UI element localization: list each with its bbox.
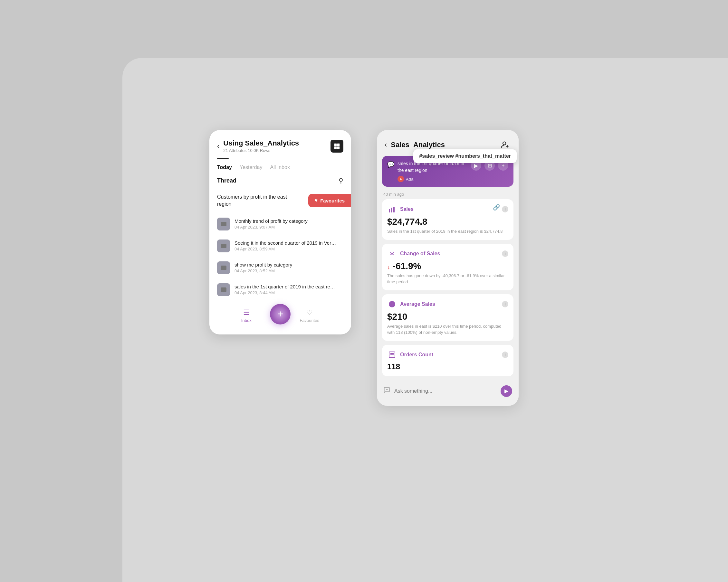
send-button[interactable]: ▶ xyxy=(500,385,512,397)
list-item[interactable]: Seeing it in the second quarter of 2019 … xyxy=(217,235,343,257)
thread-name: Monthly trend of profit by category xyxy=(234,218,343,224)
dataset-icon[interactable] xyxy=(331,140,343,153)
svg-rect-8 xyxy=(391,207,392,213)
thread-thumb xyxy=(217,261,230,274)
orders-title: Orders Count xyxy=(400,352,499,358)
left-panel: ‹ Using Sales_Analytics 21 Attributes 10… xyxy=(209,130,351,334)
orders-icon xyxy=(387,350,397,360)
avg-desc: Average sales in east is $210 over this … xyxy=(387,323,508,336)
favourites-badge[interactable]: ♥ Favourites xyxy=(308,194,351,207)
list-item[interactable]: Monthly trend of profit by category 04 A… xyxy=(217,213,343,235)
sales-desc: Sales in the 1st quarter of 2019 in the … xyxy=(387,228,508,235)
ada-row: A Ada xyxy=(397,176,468,182)
tab-yesterday[interactable]: Yesterday xyxy=(240,165,262,172)
favourites-nav-button[interactable]: ♡ Favourites xyxy=(300,308,319,323)
highlighted-thread-item[interactable]: Customers by profit in the east region ♥… xyxy=(209,188,351,213)
left-subtitle: 21 Attributes 10.0K Rows xyxy=(223,148,327,153)
down-arrow-icon: ↓ xyxy=(387,264,390,270)
orders-info-button[interactable]: i xyxy=(502,352,508,358)
orders-value: 118 xyxy=(387,362,508,371)
tab-all-inbox[interactable]: All Inbox xyxy=(270,165,290,172)
sales-title: Sales xyxy=(400,206,499,212)
thread-name: sales in the 1st quarter of 2019 in the … xyxy=(234,284,343,289)
card-header: Orders Count i xyxy=(387,350,508,360)
tab-indicator xyxy=(217,158,229,159)
svg-rect-7 xyxy=(389,209,390,213)
card-header: Sales i xyxy=(387,204,508,214)
left-header-text: Using Sales_Analytics 21 Attributes 10.0… xyxy=(223,139,327,153)
ask-bar: ▶ xyxy=(377,380,519,399)
sales-value: $24,774.8 xyxy=(387,217,508,227)
svg-rect-1 xyxy=(337,143,339,145)
change-desc: The sales has gone down by -40,306.7 or … xyxy=(387,273,508,285)
thread-info: sales in the 1st quarter of 2019 in the … xyxy=(234,284,343,295)
change-title: Change of Sales xyxy=(400,251,499,256)
ask-message-icon xyxy=(383,387,390,395)
tab-today[interactable]: Today xyxy=(217,165,232,172)
inbox-label: Inbox xyxy=(241,318,252,323)
change-info-button[interactable]: i xyxy=(502,250,508,257)
list-item[interactable]: sales in the 1st quarter of 2019 in the … xyxy=(217,279,343,301)
thread-date: 04 Apr 2023, 8:52 AM xyxy=(234,269,343,273)
thread-name: show me profit by category xyxy=(234,262,343,268)
ask-input[interactable] xyxy=(394,388,497,394)
change-icon xyxy=(387,249,397,258)
back-button[interactable]: ‹ xyxy=(217,142,219,150)
heart-icon: ♥ xyxy=(315,198,318,203)
highlight-text: Customers by profit in the east region xyxy=(217,193,288,208)
sales-chart-icon xyxy=(387,204,397,214)
sales-info-button[interactable]: i xyxy=(502,206,508,213)
chat-bubble-icon: 💬 xyxy=(387,161,394,168)
inbox-icon: ☰ xyxy=(243,308,250,317)
thread-info: Seeing it in the second quarter of 2019 … xyxy=(234,240,343,251)
time-ago: 40 min ago xyxy=(377,192,519,199)
new-thread-button[interactable]: + xyxy=(270,304,290,325)
ada-text: Ada xyxy=(406,177,413,182)
add-user-icon[interactable] xyxy=(499,139,511,151)
svg-rect-9 xyxy=(393,207,395,213)
favourites-label: Favourites xyxy=(300,318,319,323)
left-header: ‹ Using Sales_Analytics 21 Attributes 10… xyxy=(209,130,351,158)
avg-info-button[interactable]: i xyxy=(502,301,508,307)
thread-name: Seeing it in the second quarter of 2019 … xyxy=(234,240,343,246)
ada-avatar: A xyxy=(397,176,404,182)
search-icon[interactable]: ⚲ xyxy=(339,177,343,185)
thread-date: 04 Apr 2023, 8:59 AM xyxy=(234,247,343,251)
orders-count-card: Orders Count i 118 xyxy=(382,345,514,376)
thread-info: Monthly trend of profit by category 04 A… xyxy=(234,218,343,229)
thread-info: show me profit by category 04 Apr 2023, … xyxy=(234,262,343,273)
bottom-nav: ☰ Inbox + ♡ Favourites xyxy=(209,301,351,328)
avg-icon: ! xyxy=(387,299,397,309)
send-icon: ▶ xyxy=(504,388,508,394)
change-value: ↓ -61.9% xyxy=(387,261,508,271)
avg-value: $210 xyxy=(387,312,508,322)
left-title: Using Sales_Analytics xyxy=(223,139,327,147)
right-title: Sales_Analytics xyxy=(391,141,495,149)
right-panel: ‹ Sales_Analytics 💬 sales in the 1st qua… xyxy=(377,130,519,406)
right-back-button[interactable]: ‹ xyxy=(385,141,387,149)
hashtag-tooltip: #sales_review #numbers_that_matter xyxy=(413,149,517,163)
thread-list: Monthly trend of profit by category 04 A… xyxy=(209,213,351,301)
thread-thumb xyxy=(217,240,230,252)
card-header: Change of Sales i xyxy=(387,249,508,258)
thread-label: Thread xyxy=(217,177,236,184)
svg-rect-3 xyxy=(337,146,339,148)
thread-date: 04 Apr 2023, 9:07 AM xyxy=(234,225,343,229)
plus-icon: + xyxy=(277,309,284,319)
change-of-sales-card: Change of Sales i ↓ -61.9% The sales has… xyxy=(382,244,514,290)
chat-bubble: 💬 sales in the 1st quarter of 2019 in th… xyxy=(382,156,514,187)
thread-thumb xyxy=(217,283,230,296)
link-icon[interactable]: 🔗 xyxy=(493,204,500,211)
thread-date: 04 Apr 2023, 8:44 AM xyxy=(234,290,343,295)
favourites-label: Favourites xyxy=(320,198,345,203)
svg-rect-2 xyxy=(334,146,337,148)
thread-thumb xyxy=(217,218,230,230)
favourites-icon: ♡ xyxy=(306,308,313,317)
svg-text:!: ! xyxy=(391,302,393,306)
thread-header: Thread ⚲ xyxy=(209,177,351,188)
card-header: ! Average Sales i xyxy=(387,299,508,309)
inbox-nav-button[interactable]: ☰ Inbox xyxy=(241,308,252,323)
average-sales-card: ! Average Sales i $210 Average sales in … xyxy=(382,294,514,341)
svg-point-4 xyxy=(503,142,506,145)
list-item[interactable]: show me profit by category 04 Apr 2023, … xyxy=(217,257,343,279)
